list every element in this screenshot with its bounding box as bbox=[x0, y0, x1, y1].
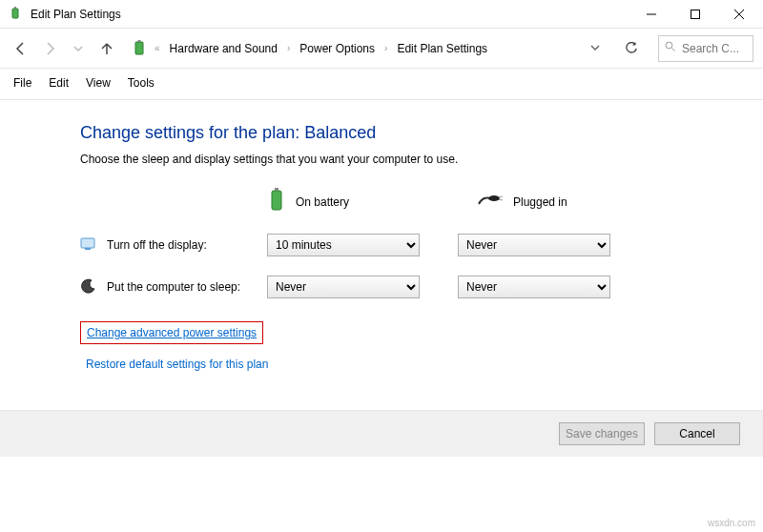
chevron-right-icon: › bbox=[287, 43, 290, 53]
content: Change settings for the plan: Balanced C… bbox=[0, 100, 763, 399]
svg-rect-6 bbox=[135, 42, 143, 54]
plug-icon bbox=[477, 191, 504, 213]
svg-line-14 bbox=[499, 199, 503, 200]
svg-line-9 bbox=[672, 49, 675, 51]
menu-edit[interactable]: Edit bbox=[47, 74, 71, 92]
column-label: Plugged in bbox=[513, 195, 567, 209]
app-icon bbox=[8, 7, 23, 22]
cancel-button[interactable]: Cancel bbox=[654, 422, 740, 445]
sleep-battery-select[interactable]: Never bbox=[267, 276, 420, 298]
power-options-icon bbox=[130, 39, 149, 58]
svg-rect-1 bbox=[14, 7, 16, 9]
search-icon bbox=[665, 41, 676, 55]
display-plugged-select[interactable]: Never bbox=[458, 234, 610, 256]
search-box[interactable] bbox=[658, 35, 753, 62]
restore-defaults-link[interactable]: Restore default settings for this plan bbox=[80, 354, 274, 375]
display-icon bbox=[80, 235, 97, 256]
svg-rect-16 bbox=[85, 248, 91, 250]
setting-row-sleep: Put the computer to sleep: Never Never bbox=[80, 276, 715, 298]
svg-point-12 bbox=[488, 195, 500, 201]
address-dropdown[interactable] bbox=[586, 42, 605, 55]
svg-rect-7 bbox=[138, 40, 141, 42]
column-header-battery: On battery bbox=[267, 187, 439, 216]
menu-bar: File Edit View Tools bbox=[0, 69, 763, 100]
advanced-settings-link[interactable]: Change advanced power settings bbox=[80, 321, 263, 344]
setting-label-text: Turn off the display: bbox=[107, 238, 207, 252]
menu-tools[interactable]: Tools bbox=[126, 74, 156, 92]
svg-rect-10 bbox=[272, 191, 281, 210]
breadcrumb[interactable]: « Hardware and Sound › Power Options › E… bbox=[124, 35, 580, 62]
breadcrumb-item[interactable]: Power Options bbox=[296, 40, 379, 57]
sleep-icon bbox=[80, 277, 97, 297]
minimize-button[interactable] bbox=[629, 0, 673, 29]
menu-file[interactable]: File bbox=[11, 74, 33, 92]
nav-bar: « Hardware and Sound › Power Options › E… bbox=[0, 29, 763, 69]
breadcrumb-item[interactable]: Edit Plan Settings bbox=[393, 40, 491, 57]
maximize-button[interactable] bbox=[673, 0, 717, 29]
page-title: Change settings for the plan: Balanced bbox=[80, 123, 715, 143]
breadcrumb-separator: « bbox=[155, 43, 160, 53]
sleep-plugged-select[interactable]: Never bbox=[458, 276, 610, 298]
column-label: On battery bbox=[296, 195, 349, 209]
chevron-right-icon: › bbox=[384, 43, 387, 53]
display-battery-select[interactable]: 10 minutes bbox=[267, 234, 420, 256]
footer: Save changes Cancel bbox=[0, 410, 763, 457]
title-bar: Edit Plan Settings bbox=[0, 0, 763, 29]
breadcrumb-item[interactable]: Hardware and Sound bbox=[166, 40, 281, 57]
svg-rect-0 bbox=[12, 9, 18, 18]
refresh-button[interactable] bbox=[618, 35, 645, 62]
forward-button[interactable] bbox=[38, 37, 61, 60]
save-button[interactable]: Save changes bbox=[559, 422, 645, 445]
watermark: wsxdn.com bbox=[708, 518, 755, 528]
window-title: Edit Plan Settings bbox=[31, 8, 629, 21]
up-button[interactable] bbox=[95, 37, 118, 60]
search-input[interactable] bbox=[682, 42, 739, 55]
page-subtext: Choose the sleep and display settings th… bbox=[80, 153, 715, 166]
recent-dropdown[interactable] bbox=[67, 37, 90, 60]
menu-view[interactable]: View bbox=[84, 74, 113, 92]
setting-label-text: Put the computer to sleep: bbox=[107, 280, 240, 294]
back-button[interactable] bbox=[10, 37, 32, 60]
svg-rect-15 bbox=[81, 238, 94, 248]
svg-rect-3 bbox=[691, 10, 700, 18]
svg-point-8 bbox=[666, 42, 672, 49]
battery-icon bbox=[267, 187, 286, 216]
svg-line-13 bbox=[499, 196, 503, 197]
svg-rect-11 bbox=[275, 188, 278, 191]
close-button[interactable] bbox=[717, 0, 761, 29]
setting-row-display: Turn off the display: 10 minutes Never bbox=[80, 234, 715, 256]
column-header-plugged: Plugged in bbox=[477, 191, 649, 213]
